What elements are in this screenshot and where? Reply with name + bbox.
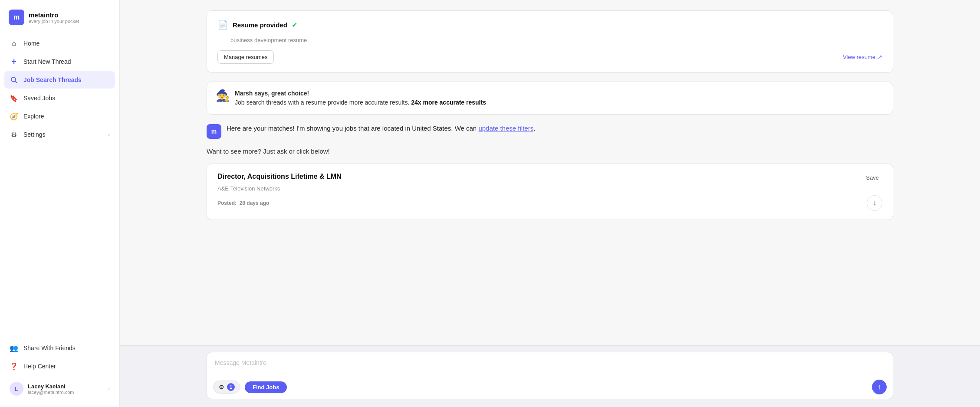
job-posted-value: 28 days ago [240, 200, 270, 206]
sidebar-item-label: Share With Friends [23, 345, 76, 351]
input-area: ⚙ 1 Find Jobs ↑ [120, 345, 980, 407]
sidebar-brand-text: metaintro every job in your pocket [29, 11, 79, 24]
user-info: Lacey Kaelani lacey@metaintro.com [28, 383, 104, 395]
job-meta: Posted: 28 days ago ↓ [217, 195, 882, 211]
resume-card: 📄 Resume provided ✔ business development… [207, 10, 893, 73]
marsh-message-card: 🧙 Marsh says, great choice! Job search t… [207, 82, 893, 115]
marsh-body-text: Job search threads with a resume provide… [235, 99, 486, 106]
sidebar-item-label: Job Search Threads [23, 76, 82, 83]
send-icon: ↑ [878, 383, 881, 391]
help-icon: ❓ [10, 362, 18, 371]
job-company: A&E Television Networks [217, 185, 882, 192]
send-button[interactable]: ↑ [872, 380, 887, 394]
bot-message-row: m Here are your matches! I'm showing you… [207, 123, 893, 139]
chevron-down-icon: ↓ [873, 199, 876, 207]
save-job-button[interactable]: Save [862, 173, 882, 183]
sidebar-header: m metaintro every job in your pocket [0, 0, 119, 33]
job-card-header: Director, Acquisitions Lifetime & LMN Sa… [217, 173, 882, 183]
bookmark-icon: 🔖 [10, 94, 18, 102]
user-name: Lacey Kaelani [28, 383, 104, 390]
resume-title: Resume provided [233, 21, 287, 29]
sidebar-item-job-search-threads[interactable]: Job Search Threads [4, 71, 115, 89]
brand-name: metaintro [29, 11, 79, 19]
bot-message-text: Here are your matches! I'm showing you j… [227, 123, 535, 134]
bot-avatar: m [207, 124, 221, 139]
message-input-container: ⚙ 1 Find Jobs ↑ [207, 352, 893, 399]
chevron-right-icon: › [108, 386, 110, 392]
svg-line-1 [15, 81, 17, 83]
external-link-icon: ↗ [878, 54, 882, 60]
sidebar-logo: m [9, 10, 24, 25]
message-input[interactable] [207, 352, 893, 373]
filter-badge[interactable]: ⚙ 1 [213, 381, 240, 394]
sidebar-item-share-with-friends[interactable]: 👥 Share With Friends [4, 339, 115, 357]
plus-icon: + [10, 57, 18, 66]
filter-count: 1 [227, 383, 235, 391]
job-posted-date: Posted: 28 days ago [217, 200, 269, 206]
sidebar-item-help-center[interactable]: ❓ Help Center [4, 358, 115, 375]
marsh-title: Marsh says, great choice! [235, 90, 309, 97]
sidebar: m metaintro every job in your pocket ⌂ H… [0, 0, 120, 407]
sidebar-item-label: Start New Thread [23, 58, 71, 65]
sidebar-item-label: Settings [23, 131, 46, 138]
job-title: Director, Acquisitions Lifetime & LMN [217, 173, 342, 181]
sidebar-item-start-new-thread[interactable]: + Start New Thread [4, 53, 115, 70]
filter-icon: ⚙ [219, 384, 224, 391]
user-profile[interactable]: L Lacey Kaelani lacey@metaintro.com › [4, 377, 115, 400]
sidebar-bottom: 👥 Share With Friends ❓ Help Center L Lac… [0, 335, 119, 407]
view-resume-button[interactable]: View resume ↗ [843, 54, 882, 60]
home-icon: ⌂ [10, 39, 18, 48]
sidebar-item-saved-jobs[interactable]: 🔖 Saved Jobs [4, 89, 115, 107]
check-icon: ✔ [292, 21, 297, 29]
user-email: lacey@metaintro.com [28, 390, 104, 395]
job-expand-button[interactable]: ↓ [867, 195, 882, 211]
avatar: L [10, 382, 23, 396]
share-icon: 👥 [10, 344, 18, 352]
explore-icon: 🧭 [10, 112, 18, 121]
document-icon: 📄 [217, 20, 228, 30]
manage-resumes-button[interactable]: Manage resumes [217, 50, 274, 64]
sidebar-item-explore[interactable]: 🧭 Explore [4, 108, 115, 125]
sidebar-item-label: Saved Jobs [23, 95, 55, 102]
sidebar-nav: ⌂ Home + Start New Thread Job Search Thr… [0, 33, 119, 335]
search-icon [10, 75, 18, 84]
job-card: Director, Acquisitions Lifetime & LMN Sa… [207, 164, 893, 220]
chat-area: 📄 Resume provided ✔ business development… [120, 0, 980, 345]
marsh-emoji: 🧙 [216, 89, 230, 102]
update-filters-link[interactable]: update these filters [478, 125, 533, 132]
want-more-text: Want to see more? Just ask or click belo… [207, 148, 893, 155]
chevron-right-icon: › [108, 131, 110, 138]
sidebar-item-home[interactable]: ⌂ Home [4, 35, 115, 52]
resume-actions: Manage resumes View resume ↗ [217, 50, 882, 64]
marsh-highlight: 24x more accurate results [411, 99, 486, 106]
brand-tagline: every job in your pocket [29, 19, 79, 24]
gear-icon: ⚙ [10, 130, 18, 139]
resume-header: 📄 Resume provided ✔ [217, 20, 882, 30]
resume-subtitle: business development resume [230, 37, 882, 43]
sidebar-item-label: Explore [23, 113, 44, 120]
sidebar-item-label: Help Center [23, 363, 56, 370]
main-content: 📄 Resume provided ✔ business development… [120, 0, 980, 407]
sidebar-item-label: Home [23, 40, 39, 47]
sidebar-item-settings[interactable]: ⚙ Settings › [4, 126, 115, 143]
marsh-text: Marsh says, great choice! Job search thr… [235, 89, 486, 107]
find-jobs-button[interactable]: Find Jobs [245, 381, 287, 393]
input-toolbar: ⚙ 1 Find Jobs ↑ [207, 375, 893, 399]
